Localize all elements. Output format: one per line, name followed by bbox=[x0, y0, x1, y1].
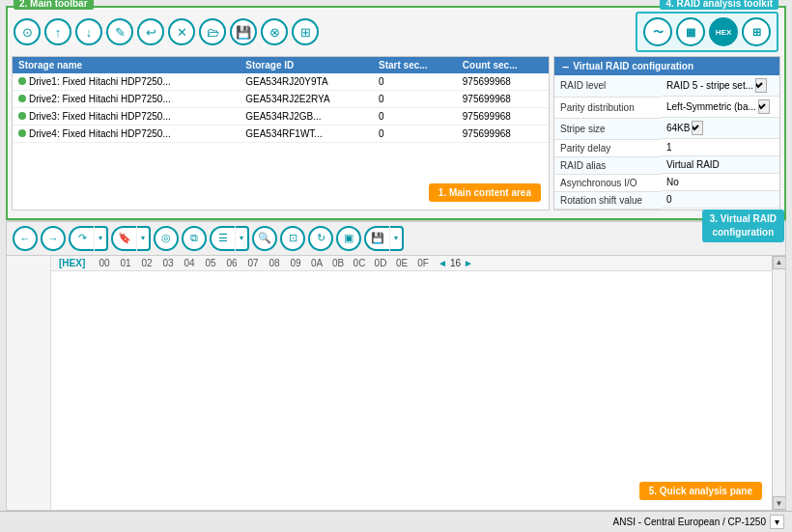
hex-icon[interactable]: HEX bbox=[709, 17, 738, 46]
quick-analysis-label: 5. Quick analysis pane bbox=[639, 482, 762, 500]
hex-nav-right[interactable]: ► bbox=[464, 258, 473, 268]
list-dropdown: ☰ ▾ bbox=[210, 226, 249, 251]
status-bar: ANSI - Central European / CP-1250 ▾ bbox=[0, 511, 792, 532]
down-arrow-icon[interactable]: ↓ bbox=[75, 18, 102, 45]
redo-icon[interactable]: ↷ bbox=[69, 226, 94, 251]
vraid-header: – Virtual RAID configuration bbox=[554, 57, 779, 75]
undo-icon[interactable]: ↩ bbox=[137, 18, 164, 45]
content-row: Storage name Storage ID Start sec... Cou… bbox=[12, 56, 780, 210]
fit-icon[interactable]: ⊡ bbox=[280, 226, 305, 251]
vraid-val-raid-alias: Virtual RAID bbox=[661, 156, 779, 174]
waveform-icon[interactable]: 〜 bbox=[643, 17, 672, 46]
hex-col-0a: 0A bbox=[308, 258, 325, 268]
table-row[interactable]: Drive4: Fixed Hitachi HDP7250... GEA534R… bbox=[13, 126, 549, 143]
hex-col-04: 04 bbox=[181, 258, 198, 268]
drive3-start: 0 bbox=[373, 108, 457, 126]
hex-col-08: 08 bbox=[266, 258, 283, 268]
vraid-val-stripe-size: 64KB bbox=[661, 118, 779, 139]
drive2-start: 0 bbox=[373, 91, 457, 108]
hex-toolbar: ← → ↷ ▾ 🔖 ▾ ◎ ⧉ ☰ ▾ 🔍 ⊡ ↻ ▣ bbox=[7, 221, 785, 256]
hex-col-06: 06 bbox=[223, 258, 240, 268]
bookmark-dropdown: 🔖 ▾ bbox=[111, 226, 151, 251]
bookmark-icon[interactable]: 🔖 bbox=[111, 226, 136, 251]
table-row[interactable]: Drive3: Fixed Hitachi HDP7250... GEA534R… bbox=[13, 108, 549, 126]
hex-label: [HEX] bbox=[51, 258, 96, 268]
redo-dropdown: ↷ ▾ bbox=[69, 226, 108, 251]
encoding-dropdown-button[interactable]: ▾ bbox=[770, 515, 784, 529]
vraid-config-label: 3. Virtual RAIDconfiguration bbox=[702, 210, 784, 242]
folder-icon[interactable]: 🗁 bbox=[199, 18, 226, 45]
drive2-name: Drive2: Fixed Hitachi HDP7250... bbox=[13, 91, 240, 108]
hex-viewer: [HEX] 00 01 02 03 04 05 06 07 08 09 0A 0… bbox=[7, 256, 785, 511]
vraid-row-rotation-shift: Rotation shift value 0 bbox=[554, 191, 779, 209]
scrollbar-down-icon[interactable]: ▼ bbox=[773, 496, 786, 510]
view-icon[interactable]: ▣ bbox=[336, 226, 361, 251]
hex-col-0b: 0B bbox=[329, 258, 347, 268]
back-icon[interactable]: ← bbox=[13, 226, 38, 251]
up-arrow-icon[interactable]: ↑ bbox=[44, 18, 71, 45]
top-area: 2. Main toolbar 4. RAID analysis toolkit… bbox=[6, 6, 786, 220]
list-icon[interactable]: ☰ bbox=[210, 226, 235, 251]
content-area-label: 1. Main content area bbox=[429, 183, 541, 202]
vraid-val-parity-delay: 1 bbox=[661, 139, 779, 156]
col-count-sec: Count sec... bbox=[457, 57, 549, 73]
vraid-row-raid-level: RAID level RAID 5 - stripe set... bbox=[554, 75, 779, 97]
hex-col-03: 03 bbox=[159, 258, 177, 268]
drive1-count: 975699968 bbox=[457, 73, 549, 91]
parity-dist-dropdown[interactable] bbox=[758, 99, 770, 114]
hex-data-area[interactable] bbox=[51, 271, 772, 511]
hex-col-01: 01 bbox=[117, 258, 134, 268]
search-icon[interactable]: 🔍 bbox=[252, 226, 277, 251]
drive4-name: Drive4: Fixed Hitachi HDP7250... bbox=[13, 126, 240, 143]
layers-icon[interactable]: ⊗ bbox=[261, 18, 288, 45]
save-icon[interactable]: 💾 bbox=[230, 18, 257, 45]
hex-nav-left[interactable]: ◄ bbox=[438, 258, 447, 268]
drive4-id: GEA534RF1WT... bbox=[240, 126, 373, 143]
stripe-size-dropdown[interactable] bbox=[692, 121, 703, 135]
hex-col-05: 05 bbox=[202, 258, 219, 268]
drive3-name: Drive3: Fixed Hitachi HDP7250... bbox=[13, 108, 240, 126]
chart-icon[interactable]: ▦ bbox=[676, 17, 705, 46]
vraid-label-rotation-shift: Rotation shift value bbox=[554, 191, 661, 209]
compass-icon[interactable]: ◎ bbox=[154, 226, 179, 251]
hex-col-0c: 0C bbox=[351, 258, 368, 268]
table-row[interactable]: Drive2: Fixed Hitachi HDP7250... GEA534R… bbox=[13, 91, 549, 108]
close-icon[interactable]: ✕ bbox=[168, 18, 195, 45]
hex-offset-column bbox=[7, 256, 51, 511]
vraid-val-raid-level: RAID 5 - stripe set... bbox=[661, 75, 779, 97]
export-icon[interactable]: ⊞ bbox=[292, 18, 319, 45]
vraid-label-stripe-size: Stripe size bbox=[554, 118, 661, 139]
app-wrapper: 2. Main toolbar 4. RAID analysis toolkit… bbox=[0, 0, 792, 532]
hex-header-row: [HEX] 00 01 02 03 04 05 06 07 08 09 0A 0… bbox=[51, 256, 772, 271]
vraid-label-parity-delay: Parity delay bbox=[554, 139, 661, 156]
table-row[interactable]: Drive1: Fixed Hitachi HDP7250... GEA534R… bbox=[13, 73, 549, 91]
col-storage-id: Storage ID bbox=[240, 57, 373, 73]
vraid-row-raid-alias: RAID alias Virtual RAID bbox=[554, 156, 779, 174]
edit-icon[interactable]: ✎ bbox=[106, 18, 133, 45]
raid-level-dropdown[interactable] bbox=[755, 78, 767, 93]
save-dropdown-arrow[interactable]: ▾ bbox=[390, 226, 404, 251]
hex-col-0e: 0E bbox=[393, 258, 410, 268]
main-toolbar: ⊙ ↑ ↓ ✎ ↩ ✕ 🗁 💾 ⊗ ⊞ 〜 ▦ HEX ⊞ bbox=[8, 8, 784, 56]
bookmark-dropdown-arrow[interactable]: ▾ bbox=[137, 226, 151, 251]
hex-column-headers: 00 01 02 03 04 05 06 07 08 09 0A 0B 0C 0… bbox=[96, 258, 432, 268]
copy-icon[interactable]: ⧉ bbox=[182, 226, 207, 251]
refresh-icon[interactable]: ↻ bbox=[308, 226, 333, 251]
vraid-collapse-button[interactable]: – bbox=[562, 60, 569, 72]
raid-toolkit-label: 4. RAID analysis toolkit bbox=[660, 0, 778, 10]
forward-icon[interactable]: → bbox=[41, 226, 66, 251]
disk-icon[interactable]: ⊙ bbox=[14, 18, 41, 45]
drive4-count: 975699968 bbox=[457, 126, 549, 143]
status-encoding-text: ANSI - Central European / CP-1250 bbox=[613, 517, 766, 527]
list-dropdown-arrow[interactable]: ▾ bbox=[236, 226, 249, 251]
drive2-count: 975699968 bbox=[457, 91, 549, 108]
col-start-sec: Start sec... bbox=[373, 57, 457, 73]
scrollbar-track bbox=[773, 269, 786, 497]
storage-table-container: Storage name Storage ID Start sec... Cou… bbox=[12, 56, 550, 210]
grid-icon[interactable]: ⊞ bbox=[742, 17, 771, 46]
vraid-title: Virtual RAID configuration bbox=[573, 61, 693, 71]
hex-col-09: 09 bbox=[287, 258, 304, 268]
save2-icon[interactable]: 💾 bbox=[364, 226, 389, 251]
redo-dropdown-arrow[interactable]: ▾ bbox=[95, 226, 108, 251]
scrollbar-up-icon[interactable]: ▲ bbox=[773, 256, 786, 269]
